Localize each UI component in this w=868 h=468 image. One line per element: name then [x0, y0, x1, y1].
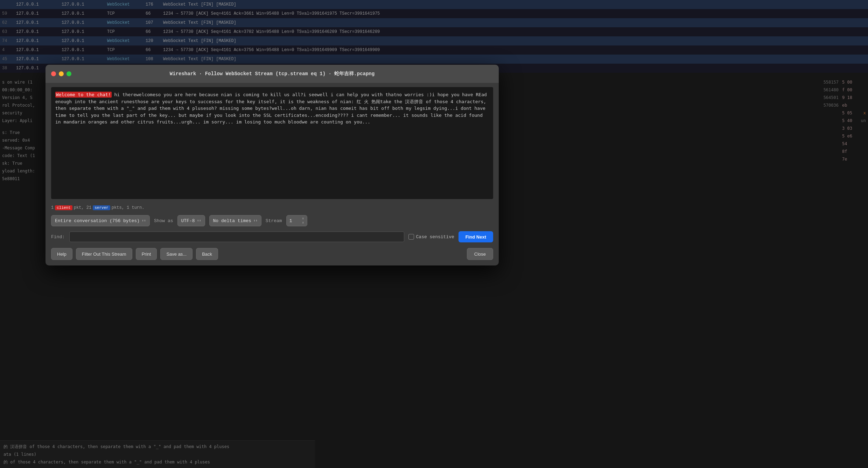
show-as-label: Show as: [154, 218, 173, 224]
websocket-stream-dialog: Wireshark · Follow WebSocket Stream (tcp…: [46, 65, 499, 265]
print-button[interactable]: Print: [136, 248, 157, 260]
server-badge: server: [93, 205, 110, 210]
find-row: Find: Case sensitive Find Next: [46, 229, 499, 244]
conversation-label: Entire conversation (756 bytes): [55, 218, 140, 224]
client-pkt-prefix: 1: [51, 205, 54, 210]
chevron-down-icon: ⬆⬇: [253, 219, 258, 223]
button-row: Help Filter Out This Stream Print Save a…: [46, 244, 499, 265]
stream-label: Stream: [266, 218, 282, 224]
client-badge: client: [55, 205, 72, 210]
case-sensitive-label: Case sensitive: [416, 234, 454, 240]
find-label: Find:: [51, 234, 65, 240]
traffic-lights: [51, 71, 71, 76]
minimize-button[interactable]: [59, 71, 64, 76]
find-input[interactable]: [69, 232, 404, 242]
stream-content: Welcome to the chat! hi therewelcomeso y…: [51, 87, 493, 199]
save-as-button[interactable]: Save as...: [160, 248, 192, 260]
encoding-dropdown[interactable]: UTF-8 ⬆⬇: [177, 215, 205, 226]
chevron-down-icon: ⬆⬇: [142, 219, 146, 223]
title-bar: Wireshark · Follow WebSocket Stream (tcp…: [46, 65, 499, 83]
close-button[interactable]: Close: [467, 248, 493, 260]
conversation-dropdown[interactable]: Entire conversation (756 bytes) ⬆⬇: [51, 215, 150, 226]
controls-row: Entire conversation (756 bytes) ⬆⬇ Show …: [46, 212, 499, 229]
spinner-arrows[interactable]: ⬆⬇: [302, 217, 304, 225]
stream-spinner[interactable]: 1 ⬆⬇: [286, 215, 307, 226]
delta-dropdown[interactable]: No delta times ⬆⬇: [209, 215, 261, 226]
case-sensitive-wrapper: Case sensitive: [408, 234, 454, 240]
maximize-button[interactable]: [66, 71, 71, 76]
find-next-button[interactable]: Find Next: [458, 231, 493, 242]
chevron-down-icon: ⬆⬇: [197, 219, 201, 223]
help-button[interactable]: Help: [51, 248, 72, 260]
stats-bar: 1 client pkt, 21 server pkts, 1 turn.: [46, 203, 499, 212]
stream-text: hi therewelcomeso you are here because n…: [55, 92, 487, 125]
filter-out-button[interactable]: Filter Out This Stream: [76, 248, 132, 260]
stream-value: 1: [289, 218, 292, 224]
client-pkt-count: pkt, 21: [74, 205, 91, 210]
delta-label: No delta times: [213, 218, 251, 224]
back-button[interactable]: Back: [196, 248, 218, 260]
server-pkt-count: pkts, 1 turn.: [112, 205, 145, 210]
dialog-title: Wireshark · Follow WebSocket Stream (tcp…: [170, 71, 374, 77]
close-button[interactable]: [51, 71, 56, 76]
encoding-label: UTF-8: [181, 218, 195, 224]
welcome-highlight: Welcome to the chat!: [55, 92, 112, 98]
case-sensitive-checkbox[interactable]: [408, 234, 414, 240]
